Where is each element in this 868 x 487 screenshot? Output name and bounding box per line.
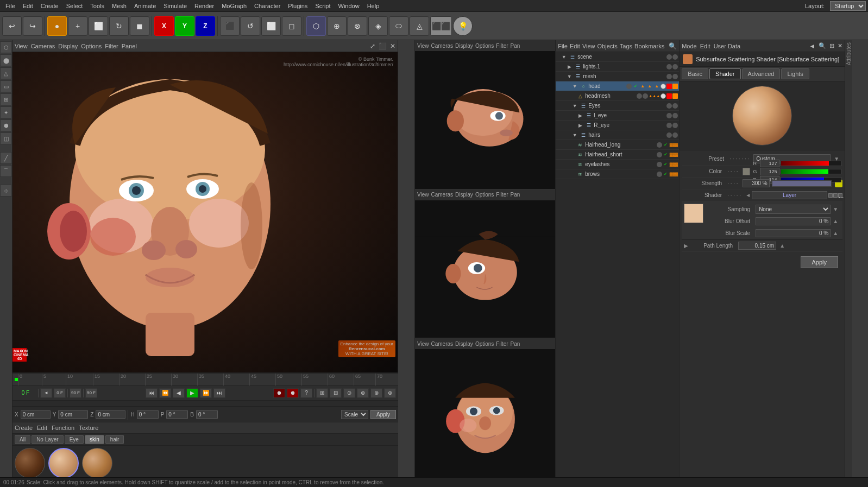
om-bookmarks-menu[interactable]: Bookmarks [634,43,664,49]
headmesh-tag[interactable]: ▲▲▲ [649,94,660,98]
brows-tag[interactable]: ▓▓▓ [670,172,678,176]
lasso-btn[interactable]: ⬭ [389,16,408,36]
mini-vp3-view[interactable]: View [417,341,429,347]
rotate-btn2[interactable]: ↺ [241,16,260,36]
main-viewport-canvas[interactable]: © Bunk Timmer. http://www.comichouse.nl/… [12,52,398,372]
lights1-vis[interactable] [666,64,672,69]
obj-reye[interactable]: ▶ ☰ R_eye [556,121,679,130]
path-length-value[interactable] [738,242,776,250]
strength-slider[interactable] [772,180,832,187]
mesh-vis[interactable] [666,74,672,79]
prop-userdata-menu[interactable]: User Data [714,43,741,49]
mini-vp2-cameras[interactable]: Cameras [431,192,454,198]
vp-controls-2[interactable]: ⬛ [379,42,387,50]
obj-head[interactable]: ▼ ○ head ✓ ▲ ▲ ▲ [556,81,679,91]
menu-create[interactable]: Create [37,2,62,10]
prop-close-icon[interactable]: ✕ [838,42,842,49]
head-tag4[interactable] [661,84,666,89]
menu-tools[interactable]: Tools [87,2,108,10]
head-tag5[interactable] [666,84,672,89]
head-tag2[interactable]: ▲ [646,83,653,90]
mini-vp1-display[interactable]: Display [455,43,473,49]
mat-edit-menu[interactable]: Edit [37,425,47,431]
head-tag3[interactable]: ▲ [653,83,660,90]
menu-render[interactable]: Render [191,2,217,10]
mini-vp3-options[interactable]: Options [475,341,494,347]
timeline-ruler[interactable]: 0 5 10 15 20 25 30 35 40 45 50 55 [12,374,398,385]
shader-dot2[interactable] [833,193,838,198]
main-vp-view-menu[interactable]: View [15,43,28,49]
layer-btn[interactable]: Layer [752,191,827,199]
hairshort-tag[interactable]: ▓▓▓ [670,153,678,156]
head-check[interactable]: ✓ [632,83,639,90]
mat-tab-hair[interactable]: hair [105,435,124,444]
obj-hairshort[interactable]: ≋ Hairhead_short ✓ ▓▓▓ [556,150,679,160]
mini-vp3-cameras[interactable]: Cameras [431,341,454,347]
btn-goto-end[interactable]: ⏭ [213,388,225,398]
btn-motion2[interactable]: ⊟ [330,388,342,398]
tab-lights[interactable]: Lights [781,68,809,79]
mini-vp1-options[interactable]: Options [475,43,494,49]
eyes-vis[interactable] [666,103,672,109]
toolbox-item-3[interactable]: △ [0,67,12,79]
brush-btn[interactable]: ⊗ [348,16,367,36]
mini-vp1-view[interactable]: View [417,43,429,49]
menu-mesh[interactable]: Mesh [109,2,130,10]
om-search-icon[interactable]: 🔍 [669,42,677,50]
hairlong-vis[interactable] [657,142,662,148]
leye-vis[interactable] [666,113,672,118]
toolbox-item-11[interactable]: ⊹ [0,185,12,197]
btn-autokey[interactable]: ⏺ [287,388,299,398]
redo-btn[interactable]: ↪ [23,16,42,36]
cycle-btn[interactable]: ↻ [109,16,129,36]
magnet-btn[interactable]: ⊕ [327,16,347,36]
sampling-select[interactable]: None [756,205,831,214]
prop-search-icon[interactable]: 🔍 [819,42,826,49]
toolbox-item-4[interactable]: ▭ [0,80,12,92]
head-tag1[interactable]: ▲ [639,83,646,90]
menu-window[interactable]: Window [335,2,363,10]
obj-scene[interactable]: ▼ ☰ scene [556,52,679,62]
strength-value[interactable] [743,179,770,187]
hairshort-check[interactable]: ✓ [663,151,669,158]
toggle-btn[interactable]: ⬛⬛ [430,16,452,36]
brows-check[interactable]: ✓ [663,171,669,178]
tab-basic[interactable]: Basic [682,68,708,79]
scene-lock-dot[interactable] [672,54,678,60]
scale-btn2[interactable]: ⬜ [261,16,281,36]
mini-vp3-pan[interactable]: Pan [511,341,520,347]
scene-vis-dot[interactable] [666,54,672,60]
scale-tool-btn[interactable]: ⬜ [89,16,108,36]
eyelashes-vis[interactable] [657,162,662,167]
blur-scale-arrow[interactable]: ▲ [833,230,838,236]
prop-mode-menu[interactable]: Mode [682,43,697,49]
rotate-tool-btn[interactable]: + [68,16,87,36]
mini-canvas-3[interactable] [415,349,555,487]
headmesh-tag2[interactable] [661,93,666,99]
tab-shader[interactable]: Shader [709,68,740,79]
btn-end-frame[interactable]: 90 F [70,388,81,398]
head-tag6[interactable] [672,84,678,89]
mesh-lock[interactable] [672,74,678,79]
g-value[interactable] [760,168,779,175]
sculpt-btn[interactable]: ◬ [410,16,429,36]
main-vp-options-menu[interactable]: Options [81,43,102,49]
obj-hairlong[interactable]: ≋ Hairhead_long ✓ ▓▓▓ [556,140,679,150]
mat-tab-all[interactable]: All [15,435,30,444]
g-slider[interactable] [781,169,841,174]
mini-vp2-display[interactable]: Display [455,192,473,198]
om-tags-menu[interactable]: Tags [620,43,632,49]
mat-tab-eye[interactable]: Eye [65,435,84,444]
hairs-lock[interactable] [672,132,678,138]
brows-vis[interactable] [657,172,662,177]
menu-animate[interactable]: Animate [131,2,159,10]
coord-x[interactable] [21,410,51,419]
coord-mode-select[interactable]: Scale [341,410,368,419]
blur-offset-value[interactable] [756,217,831,225]
mini-canvas-2[interactable] [415,200,555,338]
blur-scale-value[interactable] [756,229,831,237]
reye-lock[interactable] [672,123,678,128]
btn-motion4[interactable]: ⊚ [357,388,369,398]
menu-plugins[interactable]: Plugins [285,2,311,10]
coord-b[interactable] [196,410,218,419]
